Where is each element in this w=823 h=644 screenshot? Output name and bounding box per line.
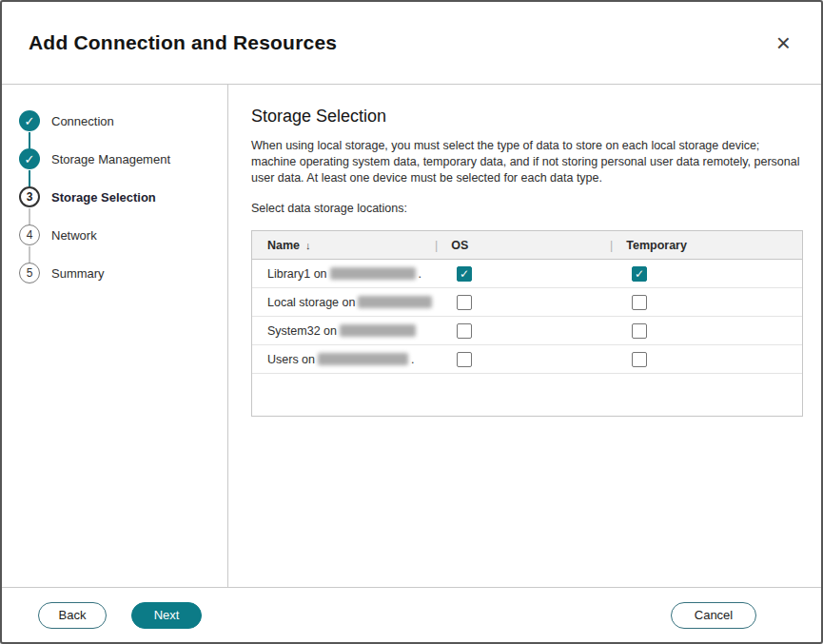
column-header-temporary: | Temporary xyxy=(610,239,785,252)
redacted-hostname xyxy=(330,267,416,280)
description-text: When using local storage, you must selec… xyxy=(251,138,807,186)
column-separator: | xyxy=(435,239,438,252)
temporary-column-label: Temporary xyxy=(626,239,687,252)
step-label: Connection xyxy=(51,114,114,128)
storage-name-text: Library1 on xyxy=(267,267,327,281)
step-number: 4 xyxy=(19,224,40,245)
temporary-checkbox-cell: ✓ xyxy=(610,266,785,282)
step-check-icon: ✓ xyxy=(19,110,40,131)
temporary-checkbox[interactable] xyxy=(632,323,647,339)
sort-descending-icon: ↓ xyxy=(305,240,311,251)
os-checkbox-cell xyxy=(435,323,610,339)
add-connection-dialog: Add Connection and Resources × ✓Connecti… xyxy=(0,0,823,644)
os-checkbox[interactable] xyxy=(457,323,472,339)
temporary-checkbox-cell xyxy=(610,352,785,367)
wizard-step-connection[interactable]: ✓Connection xyxy=(2,102,227,140)
redacted-hostname xyxy=(318,353,408,365)
os-checkbox[interactable] xyxy=(457,352,472,367)
back-button[interactable]: Back xyxy=(38,602,107,629)
dialog-footer: Back Next Cancel xyxy=(2,587,821,642)
next-button[interactable]: Next xyxy=(131,602,202,629)
os-checkbox[interactable]: ✓ xyxy=(457,266,472,282)
main-content: Storage Selection When using local stora… xyxy=(228,85,821,587)
os-checkbox-cell xyxy=(435,295,610,310)
redacted-hostname xyxy=(340,324,416,337)
storage-locations-table: Name ↓ | OS | Temporary Library1 on .✓✓L… xyxy=(251,230,803,417)
name-column-label: Name xyxy=(267,239,300,252)
os-checkbox[interactable] xyxy=(457,295,472,310)
step-label: Network xyxy=(51,228,97,243)
step-number: 5 xyxy=(19,263,40,283)
table-row: Library1 on .✓✓ xyxy=(252,260,802,288)
table-empty-area xyxy=(252,374,802,416)
temporary-checkbox-cell xyxy=(610,295,785,310)
column-separator: | xyxy=(610,239,613,252)
wizard-step-storage-selection[interactable]: 3Storage Selection xyxy=(2,178,227,216)
redacted-hostname xyxy=(358,296,432,308)
storage-name-suffix: . xyxy=(419,267,421,281)
wizard-steps: ✓Connection✓Storage Management3Storage S… xyxy=(2,85,228,587)
table-row: Users on . xyxy=(252,345,802,374)
storage-name-suffix: . xyxy=(411,353,414,366)
storage-name-text: System32 on xyxy=(267,324,337,338)
column-header-os: | OS xyxy=(435,239,610,252)
step-label: Storage Management xyxy=(51,152,170,166)
step-number: 3 xyxy=(19,186,40,207)
os-checkbox-cell: ✓ xyxy=(435,266,610,282)
column-header-name[interactable]: Name ↓ xyxy=(252,239,435,252)
dialog-body: ✓Connection✓Storage Management3Storage S… xyxy=(2,85,821,587)
temporary-checkbox[interactable]: ✓ xyxy=(632,266,647,282)
storage-name-text: Users on xyxy=(267,353,315,366)
temporary-checkbox[interactable] xyxy=(632,295,647,310)
temporary-checkbox[interactable] xyxy=(632,352,647,367)
step-label: Storage Selection xyxy=(51,190,156,205)
step-check-icon: ✓ xyxy=(19,148,40,169)
os-column-label: OS xyxy=(451,239,468,252)
page-title: Storage Selection xyxy=(251,106,821,127)
temporary-checkbox-cell xyxy=(610,323,785,339)
table-row: System32 on xyxy=(252,317,802,345)
storage-name: Library1 on . xyxy=(252,267,435,281)
wizard-step-network[interactable]: 4Network xyxy=(2,216,227,254)
storage-name: Users on . xyxy=(252,353,435,366)
step-label: Summary xyxy=(51,266,105,281)
close-icon[interactable]: × xyxy=(773,29,794,57)
table-row: Local storage on xyxy=(252,288,802,317)
storage-table-rows: Library1 on .✓✓Local storage on System32… xyxy=(252,260,802,374)
table-header-row: Name ↓ | OS | Temporary xyxy=(252,231,802,260)
wizard-step-summary[interactable]: 5Summary xyxy=(2,254,227,292)
storage-name-text: Local storage on xyxy=(267,296,355,309)
storage-name: System32 on xyxy=(252,324,435,338)
cancel-button[interactable]: Cancel xyxy=(671,602,756,629)
storage-name: Local storage on xyxy=(252,296,435,309)
select-locations-label: Select data storage locations: xyxy=(251,202,821,215)
wizard-step-storage-management[interactable]: ✓Storage Management xyxy=(2,140,227,178)
dialog-header: Add Connection and Resources × xyxy=(2,2,821,85)
os-checkbox-cell xyxy=(435,352,610,367)
dialog-title: Add Connection and Resources xyxy=(29,31,337,54)
